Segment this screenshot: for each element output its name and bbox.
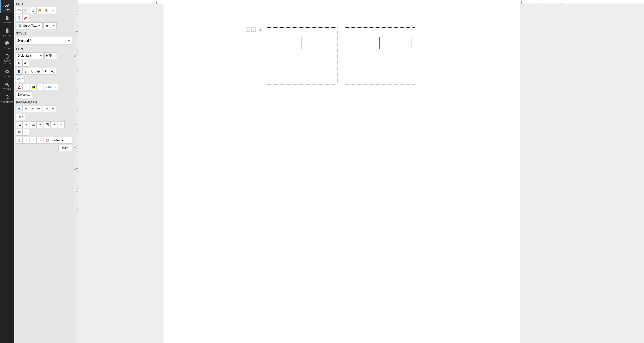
- strike-button[interactable]: S: [35, 68, 42, 75]
- table-cell[interactable]: [269, 37, 302, 43]
- highlight-dropdown[interactable]: [36, 84, 43, 90]
- quick-text-icon: [18, 24, 22, 28]
- text-frame[interactable]: [344, 27, 415, 85]
- style-select[interactable]: Normal *: [16, 37, 72, 45]
- canvas-stage[interactable]: 1234567 + ≡ ⚓: [78, 0, 644, 343]
- nav-item-pagesetup[interactable]: PAGE SETUP: [0, 51, 14, 67]
- bold-button[interactable]: B: [16, 68, 22, 75]
- chevron-down-icon: [40, 55, 42, 57]
- char-spacing-dropdown[interactable]: [52, 84, 58, 90]
- nav-item-tools[interactable]: TOOLS: [0, 80, 14, 92]
- shading-button[interactable]: [16, 129, 22, 136]
- bullet-icon: [17, 123, 21, 127]
- para-style-dropdown[interactable]: [22, 137, 29, 144]
- nav-item-format[interactable]: FORMAT: [0, 0, 14, 13]
- bullet-list-button[interactable]: [16, 121, 22, 128]
- align-center-button[interactable]: [22, 106, 29, 112]
- char-spacing-button[interactable]: ↔AB: [44, 84, 52, 90]
- quote-dropdown[interactable]: [36, 137, 43, 144]
- copy-button[interactable]: [36, 7, 43, 14]
- undo-button[interactable]: [16, 7, 22, 14]
- cut-button[interactable]: [30, 7, 36, 14]
- table-cell[interactable]: [379, 37, 412, 43]
- font-size-select[interactable]: 9.75: [44, 52, 57, 59]
- kerning-button[interactable]: Default…: [16, 91, 32, 98]
- nav-label: DESIGN: [3, 47, 12, 50]
- bullet-list-dropdown[interactable]: [22, 121, 29, 128]
- font-family-select[interactable]: Droid Sans: [16, 52, 44, 59]
- panel-collapse-button[interactable]: ▸: [74, 0, 78, 3]
- sidebar-nav: FORMAT INSERT FIELDS DESIGN PAGE SETUP V…: [0, 0, 14, 343]
- align-right-button[interactable]: [29, 106, 36, 112]
- table-cell[interactable]: [269, 43, 302, 49]
- numbered-list-button[interactable]: [30, 121, 36, 128]
- nav-item-view[interactable]: VIEW: [0, 67, 14, 80]
- nav-label: FORMAT: [2, 9, 12, 11]
- table-cell[interactable]: [347, 43, 380, 49]
- find-button[interactable]: [44, 22, 50, 29]
- quote-button[interactable]: ”: [30, 137, 36, 144]
- table-cell[interactable]: [302, 43, 334, 49]
- paste-icon: [44, 9, 48, 12]
- paste-dropdown[interactable]: [49, 7, 56, 14]
- checklist-dropdown[interactable]: [50, 121, 57, 128]
- nav-item-design[interactable]: DESIGN: [0, 39, 14, 51]
- table[interactable]: [269, 37, 334, 49]
- chevron-down-icon: [68, 40, 70, 42]
- section-edit-title: EDIT: [16, 2, 72, 7]
- eraser-icon: [24, 16, 28, 20]
- underline-button[interactable]: U: [29, 68, 36, 75]
- nav-item-fields[interactable]: FIELDS: [0, 26, 14, 39]
- format-icon: [4, 3, 10, 8]
- automate-icon: [4, 95, 10, 100]
- find-dropdown[interactable]: [50, 22, 56, 29]
- add-frame-button[interactable]: +: [246, 27, 250, 32]
- font-color-button[interactable]: A: [16, 84, 22, 90]
- align-center-icon: [24, 107, 28, 111]
- frame-props-button[interactable]: ≡: [252, 27, 256, 32]
- text-case-button[interactable]: Aa: [16, 76, 25, 82]
- kerning-label: Default…: [17, 93, 31, 96]
- para-style-button[interactable]: A: [16, 137, 22, 144]
- borders-shading-button[interactable]: Borders and S…: [44, 137, 72, 144]
- nav-item-automate[interactable]: AUTOMATE: [0, 92, 14, 105]
- text-frame[interactable]: [266, 27, 338, 85]
- indent-increase-button[interactable]: [43, 106, 50, 112]
- font-grow-button[interactable]: A+: [16, 60, 22, 67]
- align-justify-icon: [36, 107, 40, 111]
- nav-label: INSERT: [3, 22, 11, 24]
- numbered-list-dropdown[interactable]: [36, 121, 43, 128]
- clear-format-button[interactable]: [22, 15, 29, 22]
- page-setup-icon: [4, 54, 10, 59]
- shading-dropdown[interactable]: [22, 129, 29, 136]
- align-left-button[interactable]: [16, 106, 22, 112]
- paste-button[interactable]: [43, 7, 50, 14]
- line-spacing-button[interactable]: [16, 113, 25, 120]
- vertical-ruler[interactable]: ▸ 1234567: [74, 0, 78, 343]
- table-cell[interactable]: [379, 43, 412, 49]
- fields-icon: [4, 28, 10, 33]
- font-shrink-button[interactable]: A−: [22, 60, 29, 67]
- quick-text-button[interactable]: Quick Te…: [16, 22, 42, 29]
- font-color-dropdown[interactable]: [22, 84, 29, 90]
- italic-button[interactable]: I: [22, 68, 29, 75]
- section-style-title: STYLE: [16, 31, 72, 37]
- highlight-button[interactable]: A: [30, 84, 36, 90]
- table[interactable]: [347, 37, 412, 49]
- table-cell[interactable]: [347, 37, 380, 43]
- paint-icon: [17, 16, 21, 20]
- align-justify-button[interactable]: [35, 106, 42, 112]
- pilcrow-button[interactable]: ¶: [58, 121, 65, 128]
- table-cell[interactable]: [302, 37, 334, 43]
- format-paint-button[interactable]: [16, 15, 22, 22]
- superscript-button[interactable]: A2: [43, 68, 50, 75]
- redo-button[interactable]: [22, 7, 29, 14]
- indent-decrease-button[interactable]: [49, 106, 56, 112]
- nav-label: TOOLS: [3, 88, 11, 90]
- subscript-button[interactable]: A2: [49, 68, 56, 75]
- nav-item-insert[interactable]: INSERT: [0, 13, 14, 26]
- more-button[interactable]: More: [58, 145, 72, 151]
- checklist-button[interactable]: [44, 121, 50, 128]
- anchor-icon[interactable]: ⚓: [257, 28, 262, 32]
- insert-icon: [4, 15, 10, 21]
